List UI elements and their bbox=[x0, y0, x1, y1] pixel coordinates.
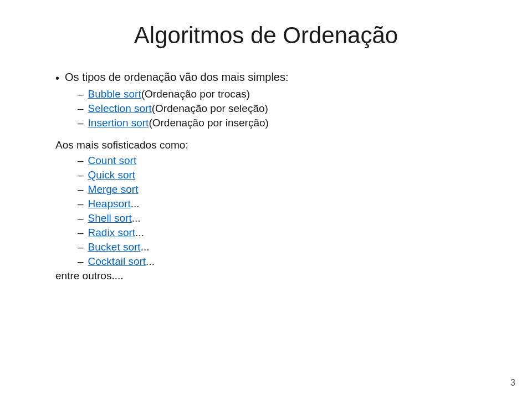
dash-icon: – bbox=[78, 212, 84, 224]
shell-sort-suffix: ... bbox=[132, 212, 141, 224]
dash-icon: – bbox=[78, 88, 84, 100]
selection-sort-link[interactable]: Selection sort bbox=[88, 103, 152, 115]
dash-icon: – bbox=[78, 241, 84, 253]
main-bullet: • Os tipos de ordenação vão dos mais sim… bbox=[55, 71, 499, 85]
bubble-sort-link[interactable]: Bubble sort bbox=[88, 88, 141, 100]
heapsort-link[interactable]: Heapsort bbox=[88, 198, 131, 210]
footer-text: entre outros.... bbox=[55, 270, 499, 282]
list-item: – Count sort bbox=[78, 155, 499, 167]
list-item: – Bubble sort (Ordenação por trocas) bbox=[78, 88, 499, 100]
dash-icon: – bbox=[78, 155, 84, 167]
list-item: – Cocktail sort ... bbox=[78, 255, 499, 268]
simple-sorts-list: – Bubble sort (Ordenação por trocas) – S… bbox=[78, 88, 499, 129]
dash-icon: – bbox=[78, 198, 84, 210]
selection-sort-desc: (Ordenação por seleção) bbox=[152, 103, 268, 115]
list-item: – Merge sort bbox=[78, 183, 499, 196]
quick-sort-link[interactable]: Quick sort bbox=[88, 169, 136, 181]
list-item: – Insertion sort (Ordenação por inserção… bbox=[78, 117, 499, 129]
list-item: – Bucket sort ... bbox=[78, 241, 499, 253]
insertion-sort-desc: (Ordenação por inserção) bbox=[149, 117, 269, 129]
heapsort-suffix: ... bbox=[131, 198, 140, 210]
list-item: – Shell sort ... bbox=[78, 212, 499, 224]
page-number: 3 bbox=[510, 378, 515, 388]
bucket-sort-suffix: ... bbox=[141, 241, 150, 253]
bucket-sort-link[interactable]: Bucket sort bbox=[88, 241, 141, 253]
slide-title: Algoritmos de Ordenação bbox=[33, 22, 499, 49]
advanced-sorts-list: – Count sort – Quick sort – Merge sort –… bbox=[78, 155, 499, 268]
cocktail-sort-link[interactable]: Cocktail sort bbox=[88, 255, 146, 268]
list-item: – Selection sort (Ordenação por seleção) bbox=[78, 103, 499, 115]
dash-icon: – bbox=[78, 183, 84, 196]
merge-sort-link[interactable]: Merge sort bbox=[88, 183, 139, 196]
dash-icon: – bbox=[78, 227, 84, 239]
radix-sort-link[interactable]: Radix sort bbox=[88, 227, 136, 239]
bullet-dot: • bbox=[55, 72, 59, 85]
bubble-sort-desc: (Ordenação por trocas) bbox=[141, 88, 250, 100]
list-item: – Quick sort bbox=[78, 169, 499, 181]
dash-icon: – bbox=[78, 117, 84, 129]
list-item: – Radix sort ... bbox=[78, 227, 499, 239]
dash-icon: – bbox=[78, 103, 84, 115]
shell-sort-link[interactable]: Shell sort bbox=[88, 212, 132, 224]
list-item: – Heapsort ... bbox=[78, 198, 499, 210]
dash-icon: – bbox=[78, 169, 84, 181]
advanced-label: Aos mais sofisticados como: bbox=[55, 139, 499, 151]
radix-sort-suffix: ... bbox=[135, 227, 144, 239]
dash-icon: – bbox=[78, 255, 84, 268]
cocktail-sort-suffix: ... bbox=[146, 255, 155, 268]
slide: Algoritmos de Ordenação • Os tipos de or… bbox=[0, 0, 532, 399]
main-bullet-text: Os tipos de ordenação vão dos mais simpl… bbox=[65, 71, 289, 84]
slide-content: • Os tipos de ordenação vão dos mais sim… bbox=[55, 71, 499, 282]
count-sort-link[interactable]: Count sort bbox=[88, 155, 137, 167]
insertion-sort-link[interactable]: Insertion sort bbox=[88, 117, 149, 129]
